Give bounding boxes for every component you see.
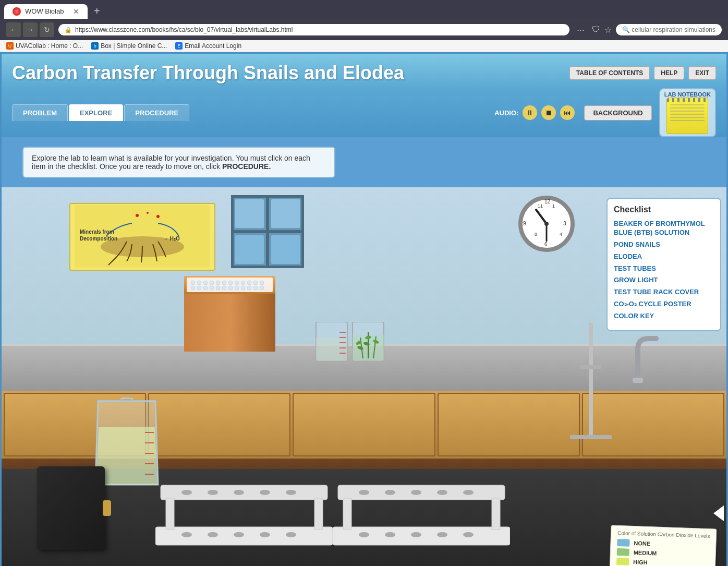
audio-pause-button[interactable]: ⏸ <box>523 105 537 120</box>
svg-point-37 <box>222 281 226 285</box>
audio-rewind-button[interactable]: ⏮ <box>560 105 575 120</box>
bookmark-uva-label: UVACollab : Home : O... <box>16 42 83 50</box>
bookmark-uva[interactable]: U UVACollab : Home : O... <box>6 42 83 50</box>
svg-text:9: 9 <box>523 221 526 226</box>
checklist-item-snails[interactable]: POND SNAILS <box>614 240 714 249</box>
checklist-item-rack-cover[interactable]: TEST TUBE RACK COVER <box>614 288 714 297</box>
pocket-button[interactable]: 🛡 <box>592 25 600 34</box>
svg-point-14 <box>147 212 149 214</box>
test-tube-rack-2[interactable] <box>333 475 510 550</box>
color-key-row-none: NONE <box>617 539 710 549</box>
background-button[interactable]: BACKGROUND <box>584 105 651 121</box>
svg-point-52 <box>241 286 245 290</box>
svg-text:→ H₂O: → H₂O <box>163 236 180 242</box>
checklist-panel: Checklist BEAKER OF BROMTHYMOL BLUE (BTB… <box>606 198 721 331</box>
checklist-item-test-tubes[interactable]: TEST TUBES <box>614 264 714 273</box>
svg-rect-3 <box>235 235 264 264</box>
svg-rect-83 <box>633 378 643 383</box>
black-equipment-box[interactable] <box>37 466 105 550</box>
checklist-item-grow-light[interactable]: GROW LIGHT <box>614 276 714 285</box>
bookmark-email[interactable]: E Email Account Login <box>175 42 241 50</box>
tab-procedure[interactable]: PROCEDURE <box>124 104 189 121</box>
retort-stand[interactable] <box>570 323 612 471</box>
svg-point-49 <box>222 286 226 290</box>
toc-button[interactable]: TABLE OF CONTENTS <box>569 66 650 80</box>
svg-text:11: 11 <box>538 203 543 209</box>
browser-chrome: WOW Biolab ✕ + ← → ↻ 🔒 https://www.class… <box>0 0 728 52</box>
cardboard-box[interactable] <box>181 273 281 356</box>
svg-rect-82 <box>580 365 601 369</box>
bookmark-email-label: Email Account Login <box>185 42 241 50</box>
back-button[interactable]: ← <box>6 22 21 37</box>
color-swatch-medium <box>616 548 629 556</box>
clock: 12 3 6 9 11 1 4 8 <box>518 195 575 255</box>
bookmark-box-label: Box | Simple Online C... <box>101 42 167 50</box>
tab-close-button[interactable]: ✕ <box>73 7 79 16</box>
svg-point-54 <box>253 286 258 290</box>
scroll-indicator <box>713 505 724 521</box>
window <box>231 195 304 268</box>
more-button[interactable]: ··· <box>574 25 588 35</box>
svg-point-53 <box>247 286 251 290</box>
audio-stop-button[interactable]: ⏹ <box>541 105 556 120</box>
nav-tabs: PROBLEM EXPLORE PROCEDURE AUDIO: ⏸ ⏹ ⏮ B… <box>2 88 726 137</box>
checklist-item-btb[interactable]: BEAKER OF BROMTHYMOL BLUE (BTB) SOLUTION <box>614 220 714 237</box>
tab-bar: WOW Biolab ✕ + <box>0 0 728 19</box>
svg-point-104 <box>411 490 421 495</box>
checklist-item-color-key[interactable]: COLOR KEY <box>614 312 714 321</box>
svg-rect-4 <box>271 235 300 264</box>
svg-point-42 <box>253 281 258 285</box>
svg-point-93 <box>181 532 192 537</box>
help-button[interactable]: HELP <box>654 66 684 80</box>
lab-notebook-label: LAB NOTEBOOK <box>664 91 711 98</box>
new-tab-button[interactable]: + <box>90 3 104 19</box>
svg-point-88 <box>181 490 192 495</box>
svg-point-34 <box>203 281 208 285</box>
svg-rect-87 <box>314 498 323 529</box>
svg-point-47 <box>210 286 214 290</box>
active-tab[interactable]: WOW Biolab ✕ <box>4 4 88 19</box>
svg-rect-2 <box>271 199 300 228</box>
svg-point-89 <box>208 490 218 495</box>
bookmark-box[interactable]: b Box | Simple Online C... <box>91 42 167 50</box>
svg-text:6: 6 <box>544 242 548 247</box>
bookmark-button[interactable]: ☆ <box>604 25 612 35</box>
exit-button[interactable]: EXIT <box>688 66 716 80</box>
svg-point-55 <box>260 286 264 290</box>
color-key-row-medium: MEDIUM <box>616 548 709 559</box>
nav-buttons: ← → ↻ <box>6 22 54 37</box>
svg-point-103 <box>385 490 395 495</box>
sink-faucet[interactable] <box>617 333 659 388</box>
beaker-small-2-elodea[interactable] <box>350 322 386 366</box>
svg-text:3: 3 <box>563 221 566 226</box>
svg-point-110 <box>437 532 447 537</box>
svg-text:8: 8 <box>535 232 537 237</box>
checklist-item-poster[interactable]: CO₂-O₂ CYCLE POSTER <box>614 300 714 309</box>
header-buttons: TABLE OF CONTENTS HELP EXIT <box>569 66 716 80</box>
tab-favicon <box>13 7 21 16</box>
color-key-card[interactable]: Color of Solution Carbon Dioxide Levels … <box>609 525 717 566</box>
test-tube-rack-1[interactable] <box>155 475 333 550</box>
forward-button[interactable]: → <box>23 22 38 37</box>
bookmarks-bar: U UVACollab : Home : O... b Box | Simple… <box>0 40 728 52</box>
url-bar[interactable]: 🔒 https://www.classzone.com/books/hs/ca/… <box>58 24 569 35</box>
svg-text:4: 4 <box>560 232 562 237</box>
bio-diagram[interactable]: Minerals from Decomposition → H₂O <box>69 203 215 271</box>
svg-point-91 <box>260 490 270 495</box>
instruction-bold: PROCEDURE. <box>222 162 271 171</box>
tab-explore[interactable]: EXPLORE <box>69 104 123 121</box>
svg-rect-86 <box>166 498 174 529</box>
color-swatch-high <box>616 558 629 565</box>
svg-point-44 <box>191 286 195 290</box>
lab-notebook-button[interactable]: LAB NOTEBOOK <box>659 88 716 137</box>
tab-problem[interactable]: PROBLEM <box>12 104 68 121</box>
search-bar[interactable]: 🔍 cellular respiration simulations <box>616 24 722 35</box>
checklist-item-elodea[interactable]: ELODEA <box>614 252 714 261</box>
svg-point-46 <box>203 286 208 290</box>
svg-point-27 <box>544 222 549 226</box>
svg-point-13 <box>136 214 139 217</box>
refresh-button[interactable]: ↻ <box>40 22 54 37</box>
beaker-small-1[interactable] <box>313 322 350 366</box>
svg-text:1: 1 <box>552 203 555 209</box>
svg-rect-101 <box>492 498 500 529</box>
